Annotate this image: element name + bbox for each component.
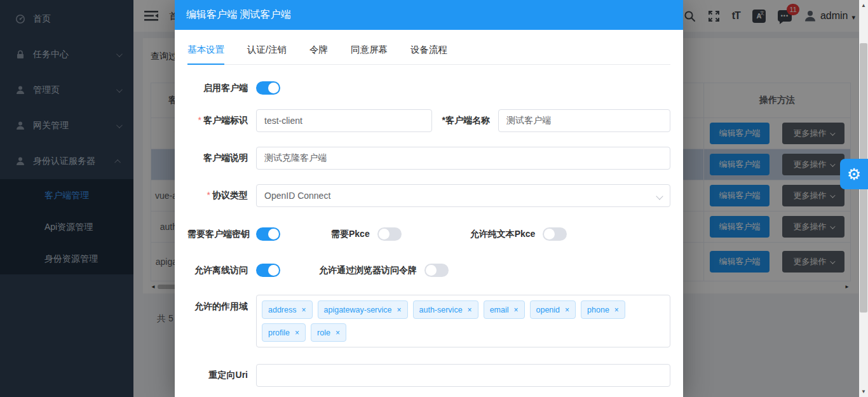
scroll-down-icon[interactable]: ▼	[859, 389, 868, 394]
tab-device-flow[interactable]: 设备流程	[410, 44, 447, 64]
tab-consent-screen[interactable]: 同意屏幕	[351, 44, 388, 64]
protocol-label: *协议类型	[187, 190, 256, 201]
scope-tag: apigateway-service×	[318, 300, 408, 319]
gear-icon: ⚙	[847, 165, 861, 184]
scope-tag-label: openid	[536, 306, 560, 314]
client-id-label: *客户端标识	[187, 115, 256, 126]
modal-header: 编辑客户端 测试客户端	[175, 0, 683, 30]
enable-client-toggle[interactable]	[256, 81, 280, 95]
scope-tag: role×	[311, 323, 346, 342]
browser-token-toggle[interactable]	[424, 264, 449, 277]
form-row-scopes: 允许的作用域 address× apigateway-service× auth…	[187, 295, 670, 347]
client-id-input[interactable]	[256, 109, 432, 132]
form-row-enable-client: 启用客户端	[187, 81, 670, 95]
offline-access-toggle[interactable]	[256, 264, 280, 277]
scope-tag-label: email	[490, 306, 509, 314]
redirect-uri-label: 重定向Uri	[187, 370, 256, 381]
scope-tag-label: role	[317, 328, 330, 337]
form-row-client-id-name: *客户端标识 *客户端名称	[187, 109, 670, 132]
scope-tag: openid×	[530, 300, 576, 319]
scopes-label: 允许的作用域	[187, 295, 256, 313]
vertical-scrollbar[interactable]: ▲ ▼	[859, 0, 868, 397]
required-asterisk: *	[198, 115, 201, 125]
scope-tag-label: auth-service	[419, 306, 463, 314]
form-row-protocol: *协议类型 OpenID Connect	[187, 184, 670, 207]
scope-tag: address×	[262, 300, 313, 319]
chevron-down-icon	[656, 192, 663, 199]
scopes-tagbox[interactable]: address× apigateway-service× auth-servic…	[256, 295, 670, 347]
enable-client-label: 启用客户端	[187, 83, 256, 94]
remove-tag-icon[interactable]: ×	[468, 306, 472, 314]
redirect-uri-input[interactable]	[256, 364, 670, 387]
client-name-label: *客户端名称	[432, 115, 498, 126]
scope-tag-label: phone	[587, 306, 609, 314]
client-name-label-text: 客户端名称	[445, 115, 490, 125]
remove-tag-icon[interactable]: ×	[336, 328, 340, 337]
protocol-label-text: 协议类型	[212, 190, 248, 200]
scope-tag: auth-service×	[413, 300, 478, 319]
scope-tag-label: address	[268, 306, 296, 314]
tab-token[interactable]: 令牌	[309, 44, 328, 64]
client-desc-label: 客户端说明	[187, 152, 256, 164]
remove-tag-icon[interactable]: ×	[514, 306, 519, 314]
tab-auth-logout[interactable]: 认证/注销	[247, 44, 287, 64]
scroll-up-icon[interactable]: ▲	[859, 3, 868, 8]
require-secret-toggle[interactable]	[256, 227, 280, 241]
client-form: 启用客户端 *客户端标识 *客户端名称 客户端说明 *协议类型 OpenID C…	[187, 81, 670, 387]
plain-pkce-toggle[interactable]	[543, 227, 567, 241]
scope-tag: profile×	[262, 323, 306, 342]
tab-basic-settings[interactable]: 基本设置	[187, 44, 224, 64]
modal-body: 基本设置 认证/注销 令牌 同意屏幕 设备流程 启用客户端 *客户端标识 *客户…	[175, 44, 683, 387]
required-asterisk: *	[207, 190, 210, 200]
form-row-access-toggles: 允许离线访问 允许通过浏览器访问令牌	[187, 264, 670, 277]
modal-tabs: 基本设置 认证/注销 令牌 同意屏幕 设备流程	[187, 44, 670, 65]
client-id-label-text: 客户端标识	[203, 115, 248, 125]
remove-tag-icon[interactable]: ×	[614, 306, 619, 314]
edit-client-modal: 编辑客户端 测试客户端 基本设置 认证/注销 令牌 同意屏幕 设备流程 启用客户…	[175, 0, 683, 397]
remove-tag-icon[interactable]: ×	[295, 328, 299, 337]
remove-tag-icon[interactable]: ×	[301, 306, 306, 314]
client-name-input[interactable]	[498, 109, 670, 132]
scope-tag: phone×	[581, 300, 625, 319]
modal-title: 编辑客户端 测试客户端	[186, 8, 290, 22]
browser-token-label: 允许通过浏览器访问令牌	[319, 265, 417, 276]
protocol-select[interactable]: OpenID Connect	[256, 184, 670, 207]
client-desc-input[interactable]	[256, 147, 670, 170]
form-row-client-desc: 客户端说明	[187, 147, 670, 170]
settings-fab[interactable]: ⚙	[840, 159, 868, 189]
form-row-redirect-uri: 重定向Uri	[187, 364, 670, 387]
offline-access-label: 允许离线访问	[187, 265, 256, 276]
form-row-pkce-toggles: 需要客户端密钥 需要Pkce 允许纯文本Pkce	[187, 227, 670, 241]
scope-tag: email×	[484, 300, 525, 319]
scope-tag-label: apigateway-service	[324, 306, 392, 314]
scope-tag-label: profile	[268, 328, 290, 337]
require-pkce-label: 需要Pkce	[331, 229, 370, 240]
remove-tag-icon[interactable]: ×	[565, 306, 569, 314]
plain-pkce-label: 允许纯文本Pkce	[470, 229, 536, 240]
require-secret-label: 需要客户端密钥	[187, 229, 256, 240]
protocol-value: OpenID Connect	[264, 191, 330, 201]
require-pkce-toggle[interactable]	[377, 227, 402, 241]
remove-tag-icon[interactable]: ×	[397, 306, 402, 314]
